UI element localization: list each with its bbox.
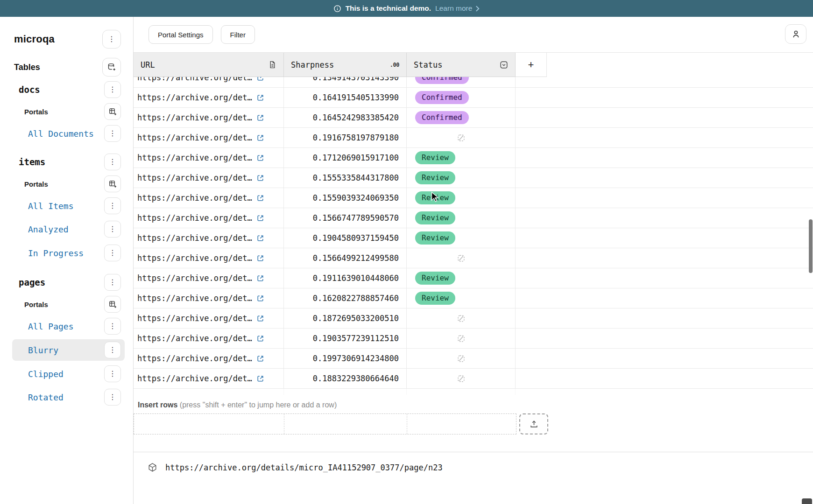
url-cell[interactable]: https://archive.org/det… xyxy=(134,77,284,87)
sharpness-cell[interactable]: 0.1566499212499580 xyxy=(284,248,407,268)
insert-cell-sharpness[interactable] xyxy=(284,414,407,434)
view-menu-button[interactable]: ⋮ xyxy=(104,197,121,214)
url-cell[interactable]: https://archive.org/det… xyxy=(134,349,284,368)
banner-learn-more-link[interactable]: Learn more xyxy=(435,4,480,13)
app-menu-button[interactable]: ⋮ xyxy=(102,30,121,49)
external-link-icon[interactable] xyxy=(256,234,264,242)
url-cell[interactable]: https://archive.org/det… xyxy=(134,168,284,188)
pages-menu-button[interactable]: ⋮ xyxy=(104,274,121,291)
sharpness-cell[interactable]: 0.1872695033200510 xyxy=(284,308,407,328)
url-cell[interactable]: https://archive.org/det… xyxy=(134,329,284,348)
sharpness-cell[interactable]: 0.1885577733437720 xyxy=(284,389,407,395)
add-table-button[interactable] xyxy=(102,58,121,77)
add-portal-button[interactable] xyxy=(104,296,121,313)
view-menu-button[interactable]: ⋮ xyxy=(104,125,121,142)
external-link-icon[interactable] xyxy=(256,154,264,162)
status-cell[interactable]: Review xyxy=(407,288,516,308)
insert-cell-url[interactable] xyxy=(134,414,284,434)
url-cell[interactable]: https://archive.org/det… xyxy=(134,128,284,147)
status-cell[interactable]: Review xyxy=(407,268,516,288)
sharpness-cell[interactable]: 0.1911639010448060 xyxy=(284,268,407,288)
status-cell[interactable] xyxy=(407,389,516,395)
status-cell[interactable]: Confirmed xyxy=(407,77,516,87)
sharpness-cell[interactable]: 0.1555335844317800 xyxy=(284,168,407,188)
url-cell[interactable]: https://archive.org/det… xyxy=(134,389,284,395)
items-portals-row[interactable]: Portals xyxy=(0,174,133,194)
status-cell[interactable] xyxy=(407,329,516,348)
sidebar-view-analyzed[interactable]: Analyzed ⋮ xyxy=(0,218,133,240)
view-menu-button[interactable]: ⋮ xyxy=(104,389,121,406)
sidebar-view-all-pages[interactable]: All Pages ⋮ xyxy=(0,315,133,337)
pages-portals-row[interactable]: Portals xyxy=(0,294,133,314)
external-link-icon[interactable] xyxy=(256,214,264,222)
url-cell[interactable]: https://archive.org/det… xyxy=(134,148,284,168)
docs-menu-button[interactable]: ⋮ xyxy=(104,81,121,98)
sharpness-cell[interactable]: 0.1712069015917100 xyxy=(284,148,407,168)
scrollbar-corner[interactable] xyxy=(802,498,812,504)
sidebar-view-in-progress[interactable]: In Progress ⋮ xyxy=(0,242,133,264)
sidebar-view-all-documents[interactable]: All Documents ⋮ xyxy=(0,123,133,144)
filter-button[interactable]: Filter xyxy=(221,25,255,44)
status-cell[interactable]: Review xyxy=(407,148,516,168)
sharpness-cell[interactable]: 0.1620822788857460 xyxy=(284,288,407,308)
status-cell[interactable]: Review xyxy=(407,188,516,208)
external-link-icon[interactable] xyxy=(256,94,264,102)
external-link-icon[interactable] xyxy=(256,254,264,262)
sharpness-cell[interactable]: 0.1904580937159450 xyxy=(284,228,407,248)
portal-settings-button[interactable]: Portal Settings xyxy=(148,25,213,44)
sharpness-cell[interactable]: 0.1349143703143390 xyxy=(284,77,407,87)
add-column-button[interactable]: + xyxy=(516,53,547,77)
status-cell[interactable]: Review xyxy=(407,228,516,248)
external-link-icon[interactable] xyxy=(256,134,264,142)
external-link-icon[interactable] xyxy=(256,375,264,383)
sharpness-cell[interactable]: 0.1559039324069350 xyxy=(284,188,407,208)
sharpness-cell[interactable]: 0.1916758197879180 xyxy=(284,128,407,147)
view-menu-button[interactable]: ⋮ xyxy=(104,365,121,382)
sidebar-view-blurry[interactable]: Blurry ⋮ xyxy=(12,339,125,361)
sidebar-table-docs[interactable]: docs ⋮ xyxy=(0,79,133,100)
insert-cell-status[interactable] xyxy=(407,414,516,434)
url-cell[interactable]: https://archive.org/det… xyxy=(134,228,284,248)
column-header-sharpness[interactable]: Sharpness .00 xyxy=(284,53,407,77)
sharpness-cell[interactable]: 0.1883229380664640 xyxy=(284,369,407,388)
url-cell[interactable]: https://archive.org/det… xyxy=(134,108,284,127)
sharpness-cell[interactable]: 0.1645242983385420 xyxy=(284,108,407,127)
sharpness-cell[interactable]: 0.1903577239112510 xyxy=(284,329,407,348)
sharpness-cell[interactable]: 0.1566747789590570 xyxy=(284,208,407,228)
url-cell[interactable]: https://archive.org/det… xyxy=(134,248,284,268)
status-cell[interactable] xyxy=(407,308,516,328)
sharpness-cell[interactable]: 0.1997306914234800 xyxy=(284,349,407,368)
sidebar-view-all-items[interactable]: All Items ⋮ xyxy=(0,195,133,217)
url-cell[interactable]: https://archive.org/det… xyxy=(134,268,284,288)
external-link-icon[interactable] xyxy=(256,77,264,82)
status-cell[interactable]: Review xyxy=(407,168,516,188)
external-link-icon[interactable] xyxy=(256,114,264,122)
external-link-icon[interactable] xyxy=(256,194,264,202)
external-link-icon[interactable] xyxy=(256,274,264,282)
sidebar-view-rotated[interactable]: Rotated ⋮ xyxy=(0,386,133,408)
insert-upload-button[interactable] xyxy=(519,413,548,434)
column-header-url[interactable]: URL xyxy=(134,53,284,77)
view-menu-button[interactable]: ⋮ xyxy=(104,342,121,358)
external-link-icon[interactable] xyxy=(256,294,264,302)
external-link-icon[interactable] xyxy=(256,174,264,182)
status-cell[interactable] xyxy=(407,369,516,388)
url-cell[interactable]: https://archive.org/det… xyxy=(134,369,284,388)
view-menu-button[interactable]: ⋮ xyxy=(104,318,121,335)
status-cell[interactable] xyxy=(407,349,516,368)
add-portal-button[interactable] xyxy=(104,175,121,192)
status-cell[interactable]: Confirmed xyxy=(407,108,516,127)
sharpness-cell[interactable]: 0.1641915405133990 xyxy=(284,88,407,107)
items-menu-button[interactable]: ⋮ xyxy=(104,154,121,170)
status-cell[interactable] xyxy=(407,248,516,268)
url-cell[interactable]: https://archive.org/det… xyxy=(134,88,284,107)
docs-portals-row[interactable]: Portals xyxy=(0,102,133,121)
view-menu-button[interactable]: ⋮ xyxy=(104,245,121,261)
url-cell[interactable]: https://archive.org/det… xyxy=(134,208,284,228)
external-link-icon[interactable] xyxy=(256,315,264,322)
external-link-icon[interactable] xyxy=(256,355,264,363)
column-header-status[interactable]: Status xyxy=(407,53,516,77)
url-cell[interactable]: https://archive.org/det… xyxy=(134,308,284,328)
sidebar-table-pages[interactable]: pages ⋮ xyxy=(0,272,133,293)
add-portal-button[interactable] xyxy=(104,103,121,120)
